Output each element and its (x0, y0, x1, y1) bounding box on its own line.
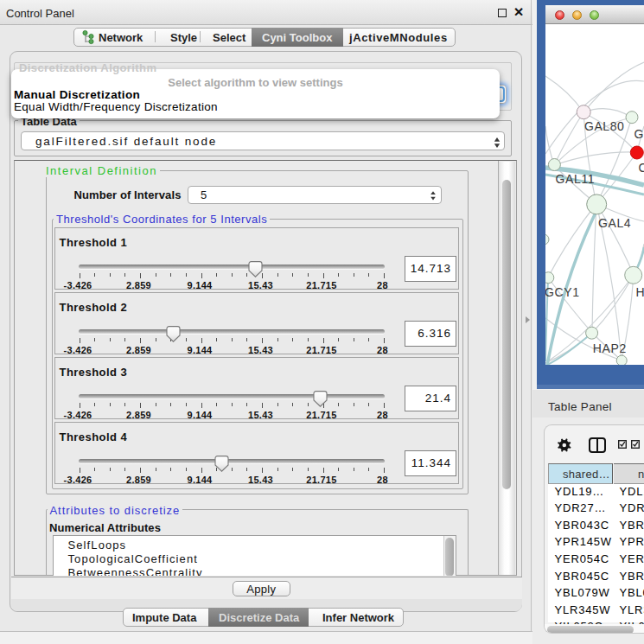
svg-text:C: C (639, 161, 644, 175)
svg-text:GAL11: GAL11 (556, 172, 596, 186)
svg-text:GCY1: GCY1 (545, 285, 580, 299)
svg-text:HAP2: HAP2 (593, 341, 627, 355)
svg-text:GAL80: GAL80 (584, 119, 625, 133)
svg-text:G.: G. (634, 127, 644, 141)
svg-text:GAL4: GAL4 (598, 216, 631, 230)
svg-text:H: H (636, 285, 644, 299)
